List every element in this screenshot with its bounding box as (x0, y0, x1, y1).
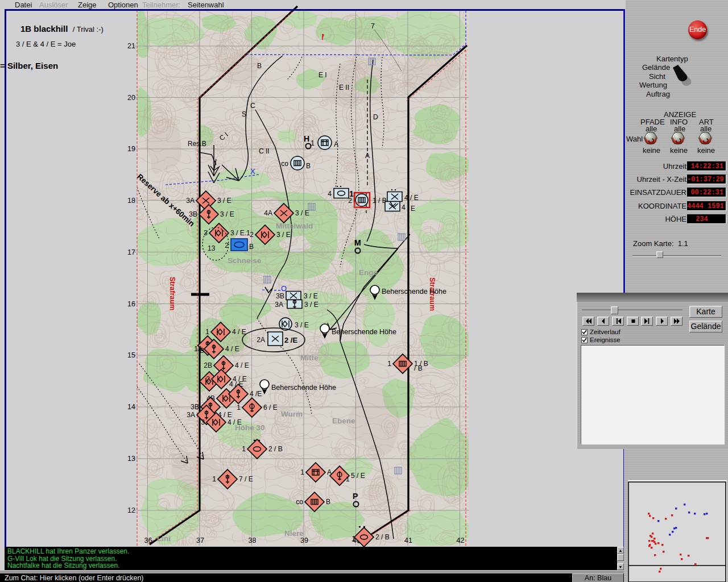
svg-text:3: 3 (204, 229, 208, 237)
svg-text:2: 2 (225, 242, 229, 250)
svg-text:3 / E: 3 / E (276, 231, 291, 239)
svg-text:Wurm: Wurm (281, 410, 303, 418)
svg-text:Lini: Lini (157, 534, 171, 543)
svg-text:3 / E: 3 / E (295, 321, 309, 329)
svg-text:Strafraum: Strafraum (168, 277, 176, 310)
svg-text:C: C (250, 102, 255, 110)
svg-text:39: 39 (300, 537, 308, 544)
svg-text:3B: 3B (189, 210, 197, 218)
svg-text:7: 7 (371, 22, 375, 30)
svg-text:B: B (257, 62, 262, 70)
svg-text:3 / E: 3 / E (220, 210, 234, 218)
svg-text:2: 2 (250, 231, 254, 239)
svg-text:C II: C II (259, 147, 270, 155)
svg-text:Mittelwald: Mittelwald (276, 222, 313, 230)
svg-text:1: 1 (351, 535, 355, 543)
svg-text:1: 1 (300, 468, 304, 476)
svg-text:1 / B: 1 / B (373, 197, 387, 205)
svg-text:Enge: Enge (359, 268, 378, 277)
svg-text:A: A (365, 152, 370, 160)
svg-text:14: 14 (127, 403, 135, 411)
svg-text:Beherschende Höhe: Beherschende Höhe (271, 384, 336, 392)
svg-text:4 / E: 4 / E (228, 418, 242, 426)
svg-text:3B: 3B (191, 403, 199, 411)
svg-text:13: 13 (127, 455, 135, 463)
svg-text:Schneise: Schneise (228, 256, 262, 265)
svg-text:H: H (304, 134, 309, 143)
svg-text:B: B (200, 347, 204, 355)
svg-text:1: 1 (212, 475, 216, 483)
svg-text:3 / E: 3 / E (217, 197, 231, 205)
svg-text:7 / E: 7 / E (239, 475, 253, 483)
svg-text:B: B (326, 498, 330, 506)
svg-text:Res.B: Res.B (188, 140, 206, 148)
svg-text:5 / E: 5 / E (351, 472, 365, 480)
svg-text:4 /E: 4 /E (250, 390, 262, 398)
svg-text:Mitte: Mitte (300, 354, 318, 362)
svg-text:4 / E: 4 / E (235, 361, 249, 369)
svg-text:4A: 4A (264, 209, 272, 217)
svg-text:3B: 3B (276, 292, 284, 300)
svg-text:3A: 3A (275, 301, 283, 309)
svg-text:3A: 3A (186, 197, 195, 205)
svg-text:E I: E I (318, 71, 327, 79)
svg-text:3 / E: 3 / E (304, 292, 318, 300)
svg-text:Ebene: Ebene (332, 417, 355, 425)
svg-text:2 / B: 2 / B (268, 445, 283, 453)
svg-text:Beherschende Höhe: Beherschende Höhe (332, 328, 396, 336)
svg-text:Beherschende Höhe: Beherschende Höhe (382, 288, 446, 296)
svg-text:B: B (306, 162, 311, 170)
svg-text:6 / E: 6 / E (263, 404, 278, 411)
svg-text:1: 1 (311, 139, 315, 147)
svg-text:E: E (411, 205, 415, 213)
svg-text:1: 1 (237, 404, 241, 411)
svg-text:3A: 3A (187, 411, 195, 419)
svg-text:15: 15 (127, 351, 135, 359)
svg-text:12: 12 (127, 506, 135, 514)
svg-text:1: 1 (387, 360, 391, 368)
svg-text:A: A (334, 140, 338, 148)
svg-text:1: 1 (242, 445, 246, 453)
svg-text:42: 42 (457, 537, 465, 544)
svg-text:2: 2 (206, 375, 210, 383)
svg-text:3: 3 (201, 418, 205, 426)
svg-text:4 / E: 4 / E (404, 194, 419, 202)
svg-text:4 / E: 4 / E (232, 328, 246, 336)
svg-text:4: 4 (402, 203, 406, 211)
svg-text:3 / E: 3 / E (295, 209, 309, 217)
svg-text:4: 4 (328, 190, 332, 198)
svg-text:2 / B: 2 / B (375, 533, 390, 541)
svg-text:D: D (373, 113, 378, 121)
svg-text:M: M (354, 238, 361, 247)
svg-text:1: 1 (205, 328, 209, 336)
svg-text:X: X (250, 167, 255, 176)
svg-text:/ B: / B (414, 364, 423, 372)
svg-text:18: 18 (127, 197, 135, 205)
svg-text:2 /E: 2 /E (284, 336, 297, 344)
svg-text:P: P (353, 492, 358, 501)
svg-text:38: 38 (249, 537, 257, 544)
svg-text:B: B (249, 243, 254, 251)
svg-text:16: 16 (127, 300, 135, 308)
svg-text:Niere: Niere (284, 529, 304, 538)
svg-text:S: S (242, 110, 246, 118)
svg-text:37: 37 (196, 537, 204, 544)
svg-text:21: 21 (127, 42, 135, 50)
svg-text:3 / E: 3 / E (304, 301, 318, 309)
svg-text:3 / E.1: 3 / E.1 (230, 229, 250, 237)
svg-text:4 / E: 4 / E (225, 345, 239, 353)
svg-text:E II: E II (339, 84, 349, 92)
svg-text:2B: 2B (204, 361, 212, 369)
svg-text:co: co (281, 160, 288, 168)
svg-text:17: 17 (127, 248, 135, 256)
svg-text:19: 19 (127, 145, 135, 153)
svg-text:2: 2 (348, 197, 352, 205)
svg-text:1: 1 (346, 475, 350, 483)
svg-text:20: 20 (127, 94, 135, 102)
svg-text:2A: 2A (257, 336, 265, 344)
svg-text:co: co (296, 498, 303, 506)
svg-text:13: 13 (208, 244, 216, 252)
svg-text:41: 41 (404, 537, 412, 544)
svg-text:36: 36 (144, 537, 152, 544)
